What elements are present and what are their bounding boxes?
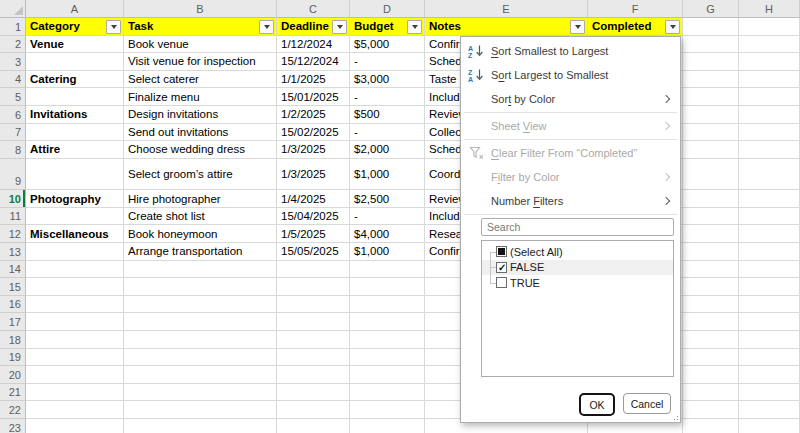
cell-D19[interactable]	[350, 349, 425, 367]
column-header-G[interactable]: G	[683, 0, 739, 18]
cell-B1[interactable]: Task	[124, 18, 277, 36]
cell-F1[interactable]: Completed	[588, 18, 683, 36]
cell-B5[interactable]: Finalize menu	[124, 88, 277, 106]
cell-H22[interactable]	[739, 401, 800, 419]
filter-value-selectall[interactable]: (Select All)	[482, 244, 673, 260]
cell-D3[interactable]: -	[350, 53, 425, 71]
row-header-22[interactable]: 22	[0, 401, 26, 419]
checkbox-unchecked-icon[interactable]	[496, 277, 507, 288]
row-header-14[interactable]: 14	[0, 261, 26, 279]
cell-H8[interactable]	[739, 141, 800, 159]
cell-C3[interactable]: 15/12/2024	[277, 53, 350, 71]
cell-B2[interactable]: Book venue	[124, 36, 277, 54]
row-header-17[interactable]: 17	[0, 313, 26, 331]
cell-D15[interactable]	[350, 278, 425, 296]
cell-C15[interactable]	[277, 278, 350, 296]
cell-A16[interactable]	[26, 296, 124, 314]
cell-E1[interactable]: Notes	[425, 18, 588, 36]
cell-H15[interactable]	[739, 278, 800, 296]
filter-button-deadline[interactable]	[332, 20, 347, 34]
cell-A17[interactable]	[26, 313, 124, 331]
cell-G23[interactable]	[683, 419, 739, 433]
search-input[interactable]	[481, 218, 674, 236]
column-header-E[interactable]: E	[425, 0, 588, 18]
cell-G15[interactable]	[683, 278, 739, 296]
row-header-10[interactable]: 10	[0, 190, 26, 208]
cell-H19[interactable]	[739, 349, 800, 367]
cell-B8[interactable]: Choose wedding dress	[124, 141, 277, 159]
filter-button-task[interactable]	[259, 20, 274, 34]
cell-H4[interactable]	[739, 71, 800, 89]
cell-B23[interactable]	[124, 419, 277, 433]
cell-H11[interactable]	[739, 208, 800, 226]
cell-C4[interactable]: 1/1/2025	[277, 71, 350, 89]
cell-B7[interactable]: Send out invitations	[124, 124, 277, 142]
cell-D12[interactable]: $4,000	[350, 225, 425, 243]
cell-G12[interactable]	[683, 225, 739, 243]
cell-C20[interactable]	[277, 366, 350, 384]
cell-D23[interactable]	[350, 419, 425, 433]
column-header-H[interactable]: H	[739, 0, 800, 18]
row-header-7[interactable]: 7	[0, 124, 26, 142]
cell-B9[interactable]: Select groom’s attire	[124, 159, 277, 191]
row-header-9[interactable]: 9	[0, 159, 26, 191]
row-header-23[interactable]: 23	[0, 419, 26, 433]
cell-H17[interactable]	[739, 313, 800, 331]
cell-D16[interactable]	[350, 296, 425, 314]
cell-B18[interactable]	[124, 331, 277, 349]
row-header-13[interactable]: 13	[0, 243, 26, 261]
cell-H12[interactable]	[739, 225, 800, 243]
cell-B20[interactable]	[124, 366, 277, 384]
cell-G20[interactable]	[683, 366, 739, 384]
cell-C14[interactable]	[277, 261, 350, 279]
cell-D20[interactable]	[350, 366, 425, 384]
cell-G3[interactable]	[683, 53, 739, 71]
cell-C10[interactable]: 1/4/2025	[277, 190, 350, 208]
cancel-button[interactable]: Cancel	[623, 393, 671, 414]
checkbox-checked-icon[interactable]	[496, 262, 507, 273]
cell-C12[interactable]: 1/5/2025	[277, 225, 350, 243]
cell-B12[interactable]: Book honeymoon	[124, 225, 277, 243]
cell-G22[interactable]	[683, 401, 739, 419]
cell-C16[interactable]	[277, 296, 350, 314]
cell-B16[interactable]	[124, 296, 277, 314]
cell-C2[interactable]: 1/12/2024	[277, 36, 350, 54]
cell-G17[interactable]	[683, 313, 739, 331]
cell-A12[interactable]: Miscellaneous	[26, 225, 124, 243]
filter-button-budget[interactable]	[407, 20, 422, 34]
cell-B13[interactable]: Arrange transportation	[124, 243, 277, 261]
cell-D14[interactable]	[350, 261, 425, 279]
resize-handle-icon[interactable]	[670, 412, 679, 421]
column-header-D[interactable]: D	[350, 0, 425, 18]
row-header-19[interactable]: 19	[0, 349, 26, 367]
cell-D18[interactable]	[350, 331, 425, 349]
row-header-6[interactable]: 6	[0, 106, 26, 124]
cell-D2[interactable]: $5,000	[350, 36, 425, 54]
cell-A20[interactable]	[26, 366, 124, 384]
cell-D1[interactable]: Budget	[350, 18, 425, 36]
cell-H23[interactable]	[739, 419, 800, 433]
cell-G14[interactable]	[683, 261, 739, 279]
cell-C19[interactable]	[277, 349, 350, 367]
cell-A22[interactable]	[26, 401, 124, 419]
menu-item-sort-largest-to-smallest[interactable]: ZASort Largest to Smallest	[461, 63, 680, 87]
cell-B4[interactable]: Select caterer	[124, 71, 277, 89]
cell-B10[interactable]: Hire photographer	[124, 190, 277, 208]
cell-A11[interactable]	[26, 208, 124, 226]
row-header-1[interactable]: 1	[0, 18, 26, 36]
cell-G5[interactable]	[683, 88, 739, 106]
cell-H21[interactable]	[739, 384, 800, 402]
cell-G11[interactable]	[683, 208, 739, 226]
row-header-20[interactable]: 20	[0, 366, 26, 384]
cell-D8[interactable]: $2,000	[350, 141, 425, 159]
select-all-corner[interactable]	[0, 0, 26, 18]
cell-C9[interactable]: 1/3/2025	[277, 159, 350, 191]
cell-B6[interactable]: Design invitations	[124, 106, 277, 124]
cell-A15[interactable]	[26, 278, 124, 296]
cell-G9[interactable]	[683, 159, 739, 191]
row-header-8[interactable]: 8	[0, 141, 26, 159]
cell-G16[interactable]	[683, 296, 739, 314]
cell-A1[interactable]: Category	[26, 18, 124, 36]
cell-G6[interactable]	[683, 106, 739, 124]
cell-A21[interactable]	[26, 384, 124, 402]
